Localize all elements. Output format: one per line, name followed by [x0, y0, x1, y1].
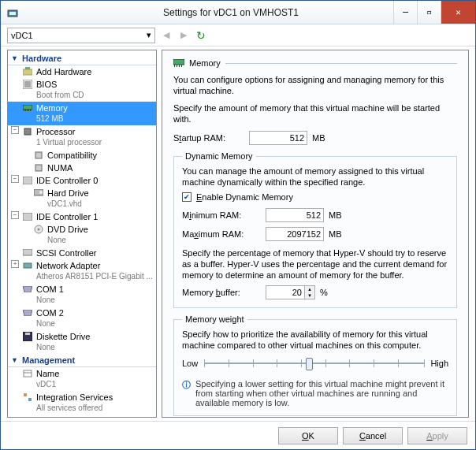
tree-com2[interactable]: COM 2None: [8, 307, 156, 330]
memory-icon: [173, 59, 184, 67]
memory-weight-desc: Specify how to prioritize the availabili…: [182, 329, 448, 351]
vm-selector[interactable]: vDC1 ▾: [7, 28, 155, 43]
tree-compatibility[interactable]: Compatibility: [8, 149, 156, 162]
tree-snapshot-location[interactable]: Snapshot File LocationD:\Virtual Machine…: [8, 415, 156, 418]
toolbar: vDC1 ▾ ◀ ▶ ↻: [1, 24, 475, 46]
button-bar: OK Cancel Apply: [1, 421, 475, 449]
nav-next-button: ▶: [177, 29, 190, 42]
startup-ram-input[interactable]: [249, 131, 307, 145]
tree-hard-drive[interactable]: Hard DrivevDC1.vhd: [8, 187, 156, 210]
dynamic-memory-desc: You can manage the amount of memory assi…: [182, 165, 448, 188]
svg-rect-31: [23, 417, 32, 418]
expand-icon[interactable]: +: [11, 260, 19, 268]
svg-rect-5: [24, 81, 31, 87]
intro-text-2: Specify the amount of memory that this v…: [173, 102, 457, 125]
collapse-icon[interactable]: −: [11, 211, 19, 219]
tree-memory[interactable]: Memory512 MB: [8, 102, 156, 125]
add-hardware-icon: [22, 66, 33, 77]
tree-dvd-drive[interactable]: DVD DriveNone: [8, 223, 156, 247]
name-icon: [22, 368, 33, 379]
integration-icon: [22, 392, 33, 403]
svg-rect-10: [28, 110, 29, 111]
tree-section-management[interactable]: ▼Management: [8, 354, 156, 367]
tree-com1[interactable]: COM 1None: [8, 283, 156, 307]
svg-rect-14: [35, 165, 42, 171]
maximum-ram-label: Maximum RAM:: [182, 229, 261, 239]
dynamic-memory-group: Dynamic Memory You can manage the amount…: [173, 151, 457, 308]
memory-buffer-spinner[interactable]: ▲▼: [305, 285, 315, 299]
tree-add-hardware[interactable]: Add Hardware: [8, 65, 156, 78]
intro-text-1: You can configure options for assigning …: [173, 74, 457, 96]
svg-rect-37: [179, 65, 180, 67]
mb-unit: MB: [312, 133, 325, 143]
svg-rect-38: [181, 65, 182, 67]
enable-dynamic-memory-checkbox[interactable]: ✔: [182, 192, 192, 202]
tree-integration-services[interactable]: Integration ServicesAll services offered: [8, 391, 156, 415]
svg-point-20: [38, 229, 40, 231]
tree-numa[interactable]: NUMA: [8, 162, 156, 174]
memory-weight-info: Specifying a lower setting for this virt…: [195, 379, 448, 407]
svg-rect-3: [25, 67, 30, 69]
apply-button: Apply: [407, 427, 467, 444]
svg-rect-7: [24, 110, 24, 111]
svg-rect-12: [24, 128, 31, 135]
refresh-button[interactable]: ↻: [195, 29, 207, 42]
buffer-desc: Specify the percentage of memory that Hy…: [182, 247, 448, 281]
memory-buffer-input[interactable]: [266, 285, 305, 299]
tree-ide0[interactable]: −IDE Controller 0: [8, 174, 156, 187]
maximum-ram-input[interactable]: [266, 227, 324, 241]
tree-processor[interactable]: −Processor1 Virtual processor: [8, 125, 156, 149]
tree-name[interactable]: NamevDC1: [8, 367, 156, 391]
memory-weight-group: Memory weight Specify how to prioritize …: [173, 314, 457, 416]
close-button[interactable]: ✕: [441, 1, 475, 24]
svg-rect-18: [23, 213, 32, 221]
cancel-button[interactable]: Cancel: [343, 427, 403, 444]
tree-section-hardware[interactable]: ▼Hardware: [8, 52, 156, 65]
enable-dynamic-memory-label: Enable Dynamic Memory: [196, 192, 293, 202]
svg-rect-22: [24, 263, 32, 268]
tree-ide1[interactable]: −IDE Controller 1: [8, 210, 156, 223]
tree-diskette[interactable]: Diskette DriveNone: [8, 330, 156, 354]
info-icon: ⓘ: [182, 379, 191, 407]
svg-rect-9: [27, 110, 28, 111]
memory-weight-legend: Memory weight: [182, 314, 247, 324]
svg-rect-36: [177, 65, 177, 67]
snapshot-icon: [22, 415, 33, 418]
svg-rect-26: [25, 333, 30, 335]
tree-scsi[interactable]: SCSI Controller: [8, 247, 156, 259]
window-title: Settings for vDC1 on VMHOST1: [21, 7, 393, 18]
svg-marker-23: [23, 286, 32, 292]
svg-rect-6: [23, 105, 32, 110]
svg-rect-30: [28, 398, 32, 401]
settings-tree[interactable]: ▼Hardware Add Hardware BIOSBoot from CD …: [7, 50, 157, 418]
compatibility-icon: [33, 150, 44, 161]
memory-icon: [22, 102, 33, 113]
scsi-icon: [22, 247, 33, 258]
dvd-icon: [33, 224, 44, 235]
svg-rect-15: [23, 177, 32, 184]
com-port-icon: [22, 284, 33, 295]
svg-rect-8: [25, 110, 26, 111]
svg-rect-1: [9, 12, 16, 15]
svg-rect-21: [23, 249, 32, 255]
nav-prev-button: ◀: [160, 29, 173, 42]
pane-title: Memory: [189, 58, 221, 68]
weight-high-label: High: [430, 359, 448, 368]
collapse-icon[interactable]: −: [11, 175, 19, 183]
tree-bios[interactable]: BIOSBoot from CD: [8, 78, 156, 102]
tree-network-adapter[interactable]: +Network AdapterAtheros AR8151 PCI-E Gig…: [8, 259, 156, 283]
svg-rect-27: [24, 370, 32, 377]
collapse-icon[interactable]: −: [11, 126, 19, 134]
maximize-button[interactable]: ▫: [417, 1, 441, 24]
weight-low-label: Low: [182, 359, 198, 368]
numa-icon: [33, 162, 44, 173]
minimum-ram-input[interactable]: [266, 208, 324, 222]
diskette-icon: [22, 331, 33, 342]
chevron-down-icon: ▾: [147, 30, 151, 40]
svg-rect-35: [174, 65, 175, 67]
memory-weight-slider[interactable]: [204, 355, 424, 371]
com-port-icon: [22, 307, 33, 318]
minimize-button[interactable]: ─: [393, 1, 417, 24]
ok-button[interactable]: OK: [278, 427, 338, 444]
vm-selector-value: vDC1: [11, 31, 33, 40]
